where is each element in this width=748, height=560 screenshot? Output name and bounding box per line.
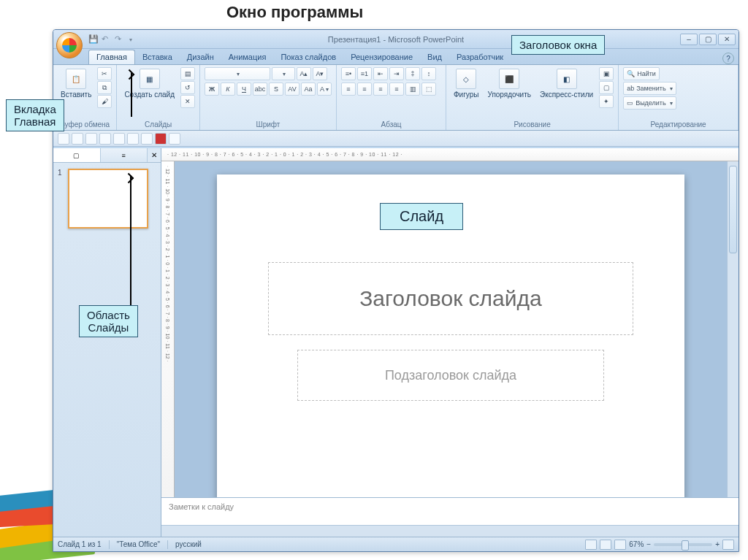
tab-developer[interactable]: Разработчик [449,50,511,64]
callout-hometab: Вкладка Главная [6,99,64,131]
maximize-button[interactable]: ▢ [699,34,717,45]
fit-to-window-icon[interactable] [722,540,734,550]
tab-home[interactable]: Главная [88,50,135,64]
line-spacing-icon[interactable]: ‡ [405,67,420,80]
tool-icon-6[interactable] [127,133,139,145]
callout-titlebar: Заголовок окна [511,35,605,55]
char-spacing-icon[interactable]: AV [285,83,299,96]
font-color-icon[interactable]: A [317,83,332,96]
grow-font-icon[interactable]: A▴ [297,67,311,80]
tab-review[interactable]: Рецензирование [343,50,420,64]
horizontal-scrollbar[interactable] [161,525,739,537]
slide-thumbnail-1[interactable]: 1 [58,169,156,229]
tab-animation[interactable]: Анимация [221,50,274,64]
shadow-icon[interactable]: S [269,83,283,96]
qat-more-icon[interactable] [128,34,138,45]
replace-icon: ab [627,85,634,92]
shapes-icon: ◇ [456,69,476,89]
notes-pane[interactable]: Заметки к слайду [161,497,739,525]
shape-fill-icon[interactable]: ▣ [599,67,614,80]
tab-design[interactable]: Дизайн [180,50,221,64]
font-family-select[interactable] [205,67,270,80]
delete-slide-icon[interactable]: ✕ [180,95,195,108]
paste-label: Вставить [61,91,91,99]
copy-icon[interactable]: ⧉ [97,81,112,94]
vertical-ruler: · 12 · 11 · 10 · 9 · 8 · 7 · 6 · 5 · 4 ·… [161,161,175,497]
shapes-label: Фигуры [454,91,478,99]
tool-icon-2[interactable] [72,133,83,145]
tool-icon-7[interactable] [141,133,153,145]
reset-icon[interactable]: ↺ [180,81,195,94]
close-button[interactable]: ✕ [718,34,736,45]
convert-smartart-icon[interactable]: ⬚ [421,83,436,96]
strike-icon[interactable]: abc [253,83,267,96]
tool-icon-9[interactable] [169,133,180,145]
tab-slideshow[interactable]: Показ слайдов [273,50,343,64]
arrange-button[interactable]: ⬛ Упорядочить [484,67,534,100]
change-case-icon[interactable]: Aa [301,83,316,96]
indent-inc-icon[interactable]: ⇥ [389,67,404,80]
tab-insert[interactable]: Вставка [135,50,180,64]
shrink-font-icon[interactable]: A▾ [313,67,327,80]
redo-icon[interactable]: ↷ [115,34,125,45]
app-window: 💾 ↶ ↷ Презентация1 - Microsoft PowerPoin… [53,29,739,552]
zoom-in-icon[interactable]: + [715,540,720,548]
underline-icon[interactable]: Ч [237,83,251,96]
tab-view[interactable]: Вид [420,50,449,64]
status-theme: "Тема Office" [117,540,160,548]
panel-close-icon[interactable]: ✕ [148,148,161,162]
tool-icon-8[interactable] [155,133,167,145]
find-button[interactable]: 🔍Найти [623,67,660,80]
quick-styles-button[interactable]: ◧ Экспресс-стили [537,67,596,100]
format-painter-icon[interactable]: 🖌 [97,95,112,108]
office-button[interactable] [56,32,83,58]
scroll-thumb[interactable] [729,166,737,253]
status-language[interactable]: русский [175,540,202,548]
paste-icon: 📋 [66,69,86,89]
subtitle-placeholder[interactable]: Подзаголовок слайда [297,350,604,401]
tool-icon-1[interactable] [58,133,69,145]
panel-tab-outline[interactable]: ≡ [101,148,148,162]
minimize-button[interactable]: – [680,34,698,45]
layout-icon[interactable]: ▤ [180,67,195,80]
align-justify-icon[interactable]: ≡ [389,83,404,96]
group-label-paragraph: Абзац [341,119,441,130]
replace-button[interactable]: abЗаменить [623,82,676,95]
tool-icon-3[interactable] [85,133,97,145]
undo-icon[interactable]: ↶ [102,34,112,45]
tool-icon-5[interactable] [113,133,125,145]
align-center-icon[interactable]: ≡ [357,83,372,96]
paste-button[interactable]: 📋 Вставить [58,67,94,100]
font-size-select[interactable] [272,67,295,80]
bullets-icon[interactable]: ≡• [341,67,356,80]
indent-dec-icon[interactable]: ⇤ [373,67,388,80]
italic-icon[interactable]: К [221,83,235,96]
text-direction-icon[interactable]: ↕ [421,67,436,80]
panel-tab-slides[interactable]: ▢ [53,148,101,162]
zoom-slider[interactable] [654,543,712,546]
bold-icon[interactable]: Ж [205,83,219,96]
help-icon[interactable]: ? [722,53,734,64]
quick-access-toolbar: 💾 ↶ ↷ [88,34,138,45]
zoom-out-icon[interactable]: − [646,540,651,548]
cut-icon[interactable]: ✂ [97,67,112,80]
shapes-button[interactable]: ◇ Фигуры [451,67,481,100]
shape-effects-icon[interactable]: ✦ [599,95,614,108]
tool-icon-4[interactable] [99,133,111,145]
normal-view-icon[interactable] [585,540,597,550]
title-placeholder[interactable]: Заголовок слайда [268,262,633,335]
thumb-number: 1 [58,169,65,177]
columns-icon[interactable]: ▥ [405,83,420,96]
slideshow-view-icon[interactable] [614,540,626,550]
vertical-scrollbar[interactable] [727,161,739,497]
save-icon[interactable]: 💾 [88,34,99,45]
group-label-clipboard: Буфер обмена [58,119,112,130]
align-right-icon[interactable]: ≡ [373,83,388,96]
ribbon-group-paragraph: ≡• ≡1 ⇤ ⇥ ‡ ↕ ≡ ≡ ≡ ≡ ▥ ⬚ Абзац [337,65,446,130]
select-button[interactable]: ▭Выделить [623,96,676,110]
status-bar: Слайд 1 из 1 "Тема Office" русский 67% −… [53,537,739,551]
align-left-icon[interactable]: ≡ [341,83,356,96]
sorter-view-icon[interactable] [600,540,611,550]
shape-outline-icon[interactable]: ▢ [599,81,614,94]
numbering-icon[interactable]: ≡1 [357,67,372,80]
